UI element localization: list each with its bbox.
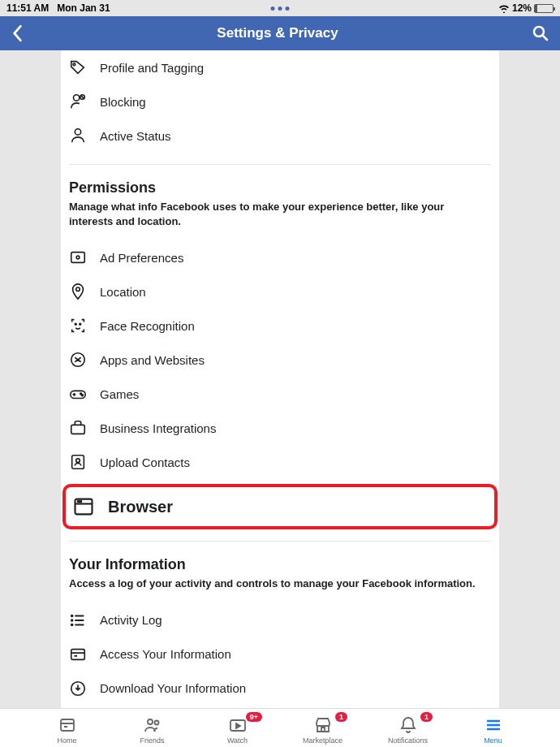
badge: 1	[335, 712, 347, 722]
tab-label: Notifications	[388, 736, 428, 745]
tag-icon	[69, 58, 87, 76]
friends-icon	[143, 715, 162, 735]
marketplace-icon	[313, 715, 333, 735]
svg-point-8	[75, 324, 76, 326]
header-title: Settings & Privacy	[217, 25, 338, 41]
multitask-dots	[271, 6, 290, 11]
tab-menu[interactable]: Menu	[450, 715, 536, 745]
svg-point-9	[80, 324, 81, 326]
svg-rect-27	[61, 719, 74, 731]
svg-point-7	[76, 287, 80, 291]
list-item-label: Upload Contacts	[100, 456, 190, 469]
badge: 1	[420, 712, 433, 722]
active-status-icon	[69, 127, 87, 145]
list-item-label: Browser	[108, 498, 173, 516]
bell-icon	[398, 715, 418, 735]
list-item-label: Blocking	[100, 95, 146, 109]
search-button[interactable]	[532, 25, 549, 41]
contacts-icon	[69, 453, 87, 471]
svg-point-4	[75, 129, 80, 135]
access-icon	[69, 646, 87, 663]
tab-watch[interactable]: 9+ Watch	[195, 715, 280, 745]
list-item-label: Ad Preferences	[100, 251, 183, 265]
tab-label: Friends	[140, 736, 164, 745]
battery-percent: 12%	[512, 2, 532, 14]
svg-point-1	[73, 63, 75, 66]
business-integrations-item[interactable]: Business Integrations	[69, 411, 491, 445]
watch-icon	[228, 715, 248, 735]
face-icon	[69, 317, 87, 335]
location-item[interactable]: Location	[69, 274, 491, 309]
svg-rect-23	[71, 649, 85, 659]
svg-point-20	[71, 615, 73, 616]
app-header: Settings & Privacy	[0, 16, 560, 50]
browser-icon	[72, 495, 95, 518]
status-time: 11:51 AM	[6, 2, 49, 14]
tab-marketplace[interactable]: 1 Marketplace	[280, 715, 365, 745]
ad-icon	[69, 248, 87, 266]
status-bar: 11:51 AM Mon Jan 31 12%	[0, 0, 560, 16]
list-item-label: Location	[100, 285, 146, 299]
activity-log-item[interactable]: Activity Log	[69, 603, 491, 637]
list-icon	[69, 611, 87, 629]
svg-rect-14	[71, 425, 85, 434]
download-info-item[interactable]: Download Your Information	[69, 671, 491, 706]
permissions-title: Permissions	[69, 179, 491, 196]
menu-icon	[484, 715, 503, 735]
svg-point-16	[76, 459, 80, 463]
apps-icon	[69, 351, 87, 369]
list-item-label: Access Your Information	[100, 647, 231, 661]
battery-icon	[534, 4, 554, 13]
list-item-label: Active Status	[100, 129, 171, 143]
permissions-desc: Manage what info Facebook uses to make y…	[69, 200, 491, 229]
blocking-item[interactable]: Blocking	[69, 84, 491, 119]
upload-contacts-item[interactable]: Upload Contacts	[69, 445, 491, 479]
svg-rect-5	[71, 253, 85, 263]
tab-home[interactable]: Home	[24, 715, 110, 745]
svg-point-19	[80, 501, 82, 503]
svg-point-6	[76, 257, 80, 260]
list-item-label: Business Integrations	[100, 421, 216, 435]
divider	[69, 541, 491, 542]
your-info-desc: Access a log of your activity and contro…	[69, 576, 491, 591]
access-info-item[interactable]: Access Your Information	[69, 637, 491, 671]
list-item-label: Face Recognition	[100, 319, 195, 333]
wifi-icon	[498, 4, 510, 13]
tab-notifications[interactable]: 1 Notifications	[365, 715, 450, 745]
tab-label: Menu	[484, 736, 502, 745]
tab-label: Marketplace	[303, 736, 342, 745]
profile-tagging-item[interactable]: Profile and Tagging	[69, 50, 491, 84]
svg-point-22	[71, 624, 73, 625]
briefcase-icon	[69, 419, 87, 437]
badge: 9+	[246, 712, 262, 722]
tab-bar: Home Friends 9+ Watch 1 Marketplace 1 No…	[0, 708, 560, 747]
home-icon	[58, 715, 77, 735]
svg-point-2	[74, 95, 80, 101]
svg-point-28	[148, 719, 153, 724]
status-date: Mon Jan 31	[57, 2, 110, 14]
back-button[interactable]	[11, 24, 23, 42]
tab-label: Home	[57, 736, 76, 745]
location-icon	[69, 283, 87, 300]
apps-websites-item[interactable]: Apps and Websites	[69, 343, 491, 377]
settings-container[interactable]: Profile and Tagging Blocking Active Stat…	[0, 50, 560, 708]
svg-point-13	[82, 395, 84, 396]
face-recognition-item[interactable]: Face Recognition	[69, 309, 491, 343]
active-status-item[interactable]: Active Status	[69, 119, 491, 153]
games-item[interactable]: Games	[69, 377, 491, 411]
games-icon	[69, 385, 87, 403]
divider	[69, 164, 491, 165]
list-item-label: Apps and Websites	[100, 353, 205, 367]
ad-preferences-item[interactable]: Ad Preferences	[69, 240, 491, 274]
list-item-label: Download Your Information	[100, 681, 246, 695]
tab-friends[interactable]: Friends	[110, 715, 195, 745]
list-item-label: Profile and Tagging	[100, 61, 204, 75]
your-info-title: Your Information	[69, 556, 491, 573]
list-item-label: Games	[100, 387, 139, 401]
tab-label: Watch	[227, 736, 248, 745]
svg-point-18	[78, 501, 80, 503]
svg-point-21	[71, 620, 73, 621]
browser-item[interactable]: Browser	[62, 484, 498, 529]
download-icon	[69, 680, 87, 697]
svg-point-29	[154, 720, 158, 724]
